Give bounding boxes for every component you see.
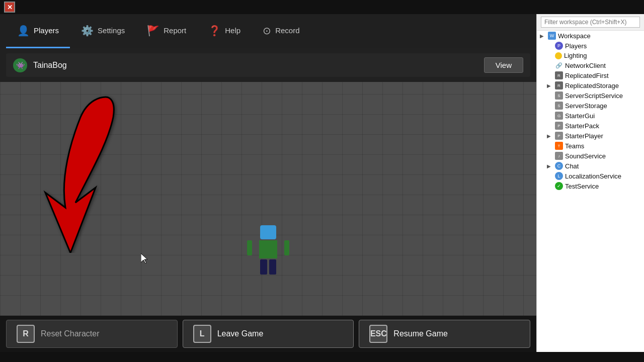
testservice-icon: ✓ — [555, 182, 563, 190]
explorer-search-bar[interactable] — [537, 14, 644, 31]
networkclient-icon: 🔗 — [555, 61, 563, 69]
chat-icon: C — [555, 162, 563, 170]
report-tab-icon: 🚩 — [147, 25, 159, 37]
cursor — [141, 253, 149, 265]
help-tab-label: Help — [225, 26, 240, 35]
replicatedfirst-icon: R — [555, 71, 563, 79]
player-avatar: 👾 — [13, 58, 27, 72]
top-bar: ✕ — [0, 0, 644, 14]
tree-item-localizationservice[interactable]: L LocalizationService — [537, 171, 644, 181]
tree-item-networkclient[interactable]: 🔗 NetworkClient — [537, 60, 644, 70]
tree-item-starterpack[interactable]: P StarterPack — [537, 121, 644, 131]
tree-item-serverstorage[interactable]: S ServerStorage — [537, 101, 644, 111]
explorer-panel: ▶ W Workspace P Players Lighting 🔗 Netwo… — [536, 14, 644, 352]
explorer-search-input[interactable] — [541, 17, 640, 28]
tree-item-testservice[interactable]: ✓ TestService — [537, 181, 644, 191]
help-tab-icon: ❓ — [208, 25, 221, 37]
record-tab-label: Record — [275, 26, 299, 35]
starterplayer-icon: P — [555, 132, 563, 140]
char-body — [259, 240, 277, 258]
tree-item-soundservice[interactable]: ♪ SoundService — [537, 151, 644, 161]
serverstorage-icon: S — [555, 102, 563, 110]
serverscriptservice-label: ServerScriptService — [565, 92, 623, 100]
explorer-tree: ▶ W Workspace P Players Lighting 🔗 Netwo… — [537, 31, 644, 352]
soundservice-label: SoundService — [565, 152, 606, 160]
players-explorer-icon: P — [555, 42, 563, 50]
workspace-chevron: ▶ — [540, 33, 546, 39]
game-character — [253, 225, 283, 276]
chat-label: Chat — [565, 162, 579, 170]
tree-item-lighting[interactable]: Lighting — [537, 51, 644, 60]
workspace-label: Workspace — [558, 32, 591, 40]
soundservice-icon: ♪ — [555, 152, 563, 160]
tree-item-startergui[interactable]: G StarterGui — [537, 111, 644, 121]
replicatedstorage-label: ReplicatedStorage — [565, 82, 619, 89]
main-layout: 👤 Players ⚙️ Settings 🚩 Report ❓ Help ⊙ … — [0, 14, 644, 352]
players-explorer-label: Players — [565, 42, 587, 50]
replicatedstorage-chevron: ▶ — [547, 83, 553, 88]
tab-settings[interactable]: ⚙️ Settings — [70, 14, 136, 48]
leave-game-button[interactable]: L Leave Game — [183, 320, 354, 348]
localizationservice-label: LocalizationService — [565, 172, 621, 180]
startergui-label: StarterGui — [565, 112, 595, 120]
char-head — [260, 225, 276, 239]
settings-tab-icon: ⚙️ — [81, 25, 94, 37]
tree-item-serverscriptservice[interactable]: S ServerScriptService — [537, 90, 644, 101]
tab-record[interactable]: ⊙ Record — [252, 14, 310, 48]
resume-label: Resume Game — [393, 329, 448, 338]
replicatedstorage-icon: R — [555, 81, 563, 89]
leave-label: Leave Game — [217, 329, 264, 338]
lighting-label: Lighting — [564, 52, 587, 59]
replicatedfirst-label: ReplicatedFirst — [565, 72, 609, 79]
svg-marker-0 — [141, 253, 147, 263]
chat-chevron: ▶ — [547, 163, 553, 169]
record-tab-icon: ⊙ — [263, 25, 271, 37]
settings-tab-label: Settings — [98, 26, 125, 35]
view-player-button[interactable]: View — [484, 57, 523, 73]
tree-item-replicatedfirst[interactable]: R ReplicatedFirst — [537, 70, 644, 80]
bottom-bar: R Reset Character L Leave Game ESC Resum… — [0, 316, 536, 352]
teams-icon: T — [555, 142, 563, 150]
resume-game-button[interactable]: ESC Resume Game — [359, 320, 530, 348]
serverstorage-label: ServerStorage — [565, 102, 607, 110]
startergui-icon: G — [555, 112, 563, 120]
menu-bar: 👤 Players ⚙️ Settings 🚩 Report ❓ Help ⊙ … — [0, 14, 536, 48]
starterplayer-chevron: ▶ — [547, 133, 553, 139]
tree-item-chat[interactable]: ▶ C Chat — [537, 161, 644, 171]
testservice-label: TestService — [565, 183, 599, 190]
reset-key: R — [17, 325, 35, 343]
char-legs — [253, 259, 283, 275]
tree-item-players[interactable]: P Players — [537, 41, 644, 51]
player-name: TainaBog — [33, 61, 484, 70]
tree-item-starterplayer[interactable]: ▶ P StarterPlayer — [537, 131, 644, 141]
tree-item-teams[interactable]: T Teams — [537, 141, 644, 151]
starterplayer-label: StarterPlayer — [565, 132, 603, 140]
tree-item-workspace[interactable]: ▶ W Workspace — [537, 31, 644, 41]
networkclient-label: NetworkClient — [565, 62, 606, 69]
reset-label: Reset Character — [41, 329, 100, 338]
bottom-bar-chrome — [0, 352, 644, 362]
tab-players[interactable]: 👤 Players — [6, 14, 70, 48]
player-row: 👾 TainaBog View — [6, 53, 530, 77]
starterpack-icon: P — [555, 122, 563, 130]
game-viewport — [0, 82, 536, 316]
serverscriptservice-icon: S — [555, 92, 563, 100]
starterpack-label: StarterPack — [565, 122, 599, 130]
tab-report[interactable]: 🚩 Report — [136, 14, 197, 48]
workspace-icon: W — [548, 32, 556, 40]
players-tab-label: Players — [34, 26, 59, 35]
game-area: 👤 Players ⚙️ Settings 🚩 Report ❓ Help ⊙ … — [0, 14, 536, 352]
tree-item-replicatedstorage[interactable]: ▶ R ReplicatedStorage — [537, 80, 644, 90]
lighting-icon — [555, 52, 562, 59]
players-tab-icon: 👤 — [17, 25, 30, 37]
localizationservice-icon: L — [555, 172, 563, 180]
reset-character-button[interactable]: R Reset Character — [6, 320, 178, 348]
player-list: 👾 TainaBog View — [0, 48, 536, 82]
report-tab-label: Report — [164, 26, 186, 35]
resume-key: ESC — [369, 325, 387, 343]
teams-label: Teams — [565, 142, 584, 150]
red-arrow — [30, 92, 131, 253]
tab-help[interactable]: ❓ Help — [197, 14, 252, 48]
leave-key: L — [193, 325, 211, 343]
close-button[interactable]: ✕ — [4, 2, 15, 13]
